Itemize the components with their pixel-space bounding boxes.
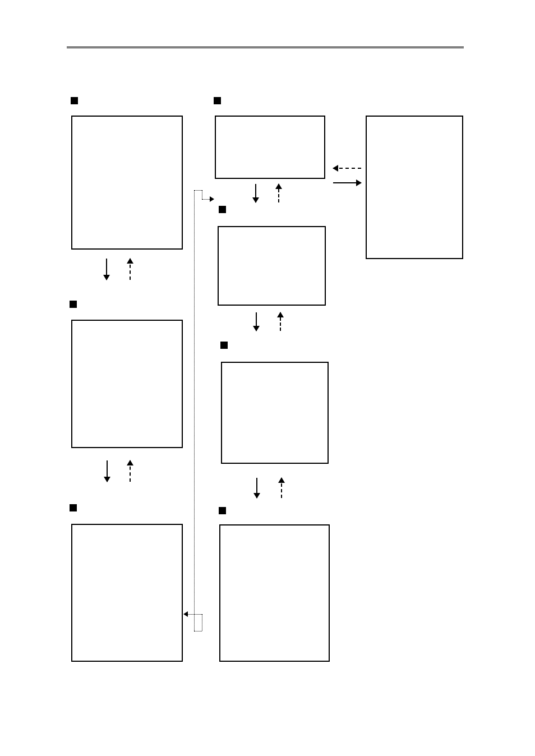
square-bullet-icon	[70, 301, 77, 308]
square-bullet-icon	[219, 507, 226, 514]
connector-outer-bottom	[194, 631, 202, 631]
arrow-down-l2	[107, 460, 108, 482]
box-right-3	[221, 362, 329, 464]
connector-bottom-vert	[202, 614, 202, 631]
box-right-2	[218, 226, 326, 306]
arrow-up-l2	[130, 460, 131, 482]
top-rule	[67, 47, 464, 48]
connector-arrow-bottom	[183, 611, 188, 617]
arrow-up-r2	[280, 312, 281, 331]
box-right-1	[215, 116, 325, 179]
arrow-down-l1	[106, 259, 107, 280]
square-bullet-icon	[70, 504, 77, 511]
arrow-left-side	[333, 168, 361, 169]
connector-arrow-top	[210, 196, 214, 202]
arrow-down-r2	[256, 312, 257, 331]
stage-left-1-bullet	[71, 96, 78, 107]
arrow-up-r3	[281, 478, 282, 498]
stage-left-3-bullet	[70, 504, 77, 514]
square-bullet-icon	[220, 342, 228, 349]
stage-right-3-bullet	[220, 341, 228, 351]
box-left-2	[71, 320, 183, 448]
arrow-down-r3	[256, 478, 257, 498]
connector-outer-top-vert	[202, 190, 202, 199]
connector-bottom-in	[188, 614, 202, 615]
connector-top-horz	[202, 199, 210, 200]
stage-right-2-bullet	[219, 205, 226, 215]
square-bullet-icon	[71, 97, 78, 104]
box-side	[366, 116, 463, 259]
arrow-down-r1	[255, 184, 256, 202]
square-bullet-icon	[214, 97, 221, 104]
box-left-3	[71, 524, 183, 662]
stage-right-4-bullet	[219, 506, 226, 517]
arrow-up-r1	[278, 184, 279, 202]
connector-outer-top	[194, 190, 202, 191]
arrow-right-side	[333, 182, 361, 183]
stage-left-2-bullet	[70, 300, 77, 310]
box-right-4	[219, 524, 330, 662]
stage-right-1-bullet	[214, 96, 221, 107]
arrow-up-l1	[130, 259, 131, 280]
connector-outer-vert	[194, 190, 195, 631]
box-left-1	[71, 116, 183, 250]
square-bullet-icon	[219, 206, 226, 213]
